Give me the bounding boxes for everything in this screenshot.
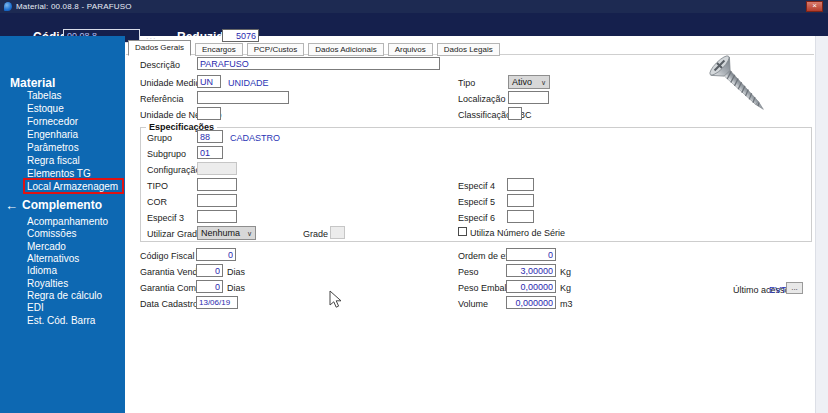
unidade-medida-label: Unidade Medida <box>140 78 206 88</box>
subgrupo-label: Subgrupo <box>147 149 186 159</box>
subgrupo-input[interactable] <box>197 146 223 159</box>
referencia-input[interactable] <box>197 91 289 104</box>
tipo-label: Tipo <box>458 78 475 88</box>
garantia-compra-input[interactable] <box>196 280 223 293</box>
cor-input[interactable] <box>197 194 237 207</box>
sidebar-item-acompanhamento[interactable]: Acompanhamento <box>27 216 108 227</box>
window-title: Material: 00.08.8 - PARAFUSO <box>16 2 132 11</box>
sidebar-item-parametros[interactable]: Parâmetros <box>27 142 79 153</box>
unidade-negocio-input[interactable] <box>197 107 221 120</box>
descricao-input[interactable] <box>197 57 440 70</box>
especif3-input[interactable] <box>197 210 237 223</box>
ordem-exibicao-input[interactable] <box>506 248 556 261</box>
right-panel-margin <box>815 36 828 413</box>
localizacao-input[interactable] <box>508 91 549 104</box>
sidebar-item-engenharia[interactable]: Engenharia <box>27 129 78 140</box>
sidebar-item-tabelas[interactable]: Tabelas <box>27 90 61 101</box>
sidebar-item-comissoes[interactable]: Comissões <box>27 228 76 239</box>
sidebar-section-complemento: Complemento <box>22 198 102 212</box>
utilizar-grade-select-value: Nenhuma <box>201 228 240 238</box>
grupo-desc: CADASTRO <box>230 133 280 143</box>
grade-label: Grade <box>303 229 328 239</box>
app-icon <box>4 2 12 11</box>
garantia-venda-suffix: Dias <box>227 267 245 277</box>
window-titlebar: Material: 00.08.8 - PARAFUSO × <box>0 0 828 13</box>
descricao-label: Descrição <box>140 60 180 70</box>
tab-dados-adicionais[interactable]: Dados Adicionais <box>308 43 383 56</box>
grupo-label: Grupo <box>147 133 172 143</box>
codigo-fiscal-input[interactable] <box>196 248 236 261</box>
classificacao-abc-input[interactable] <box>508 107 522 120</box>
sidebar-item-regra-de-calculo[interactable]: Regra de cálculo <box>27 290 102 301</box>
sidebar-item-edi[interactable]: EDI <box>27 302 44 313</box>
configuracao-label: Configuração <box>147 165 201 175</box>
sidebar-item-estoque[interactable]: Estoque <box>27 103 64 114</box>
volume-suffix: m3 <box>560 299 573 309</box>
volume-input[interactable] <box>506 296 556 309</box>
tab-dados-legais[interactable]: Dados Legais <box>437 43 500 56</box>
sidebar-item-royalties[interactable]: Royalties <box>27 278 68 289</box>
ultimo-acesso-ellipsis-button[interactable]: ... <box>786 282 803 294</box>
data-cadastro-input[interactable] <box>196 296 238 309</box>
sidebar-item-alternativos[interactable]: Alternativos <box>27 253 79 264</box>
sidebar-item-est-cod-barra[interactable]: Est. Cód. Barra <box>27 315 95 326</box>
peso-label: Peso <box>458 267 479 277</box>
tipo-espec-input[interactable] <box>197 178 237 191</box>
volume-label: Volume <box>458 299 488 309</box>
grupo-input[interactable] <box>197 130 223 143</box>
especif5-input[interactable] <box>507 194 534 207</box>
highlight-box-local-armazenagem <box>23 178 124 194</box>
sidebar-item-fornecedor[interactable]: Fornecedor <box>27 116 78 127</box>
tipo-select-value: Ativo <box>512 77 532 87</box>
utiliza-numero-serie-checkbox[interactable] <box>458 227 467 236</box>
peso-suffix: Kg <box>560 267 571 277</box>
peso-input[interactable] <box>506 264 556 277</box>
garantia-venda-input[interactable] <box>196 264 223 277</box>
utilizar-grade-label: Utilizar Grade <box>147 229 202 239</box>
sidebar-item-idioma[interactable]: Idioma <box>27 265 57 276</box>
especif4-label: Especif 4 <box>458 181 495 191</box>
data-cadastro-label: Data Cadastro <box>140 299 198 309</box>
chevron-down-icon: ∨ <box>247 230 252 237</box>
mouse-cursor <box>329 290 343 310</box>
sidebar-item-regra-fiscal[interactable]: Regra fiscal <box>27 155 80 166</box>
utilizar-grade-select[interactable]: Nenhuma ∨ <box>197 226 256 240</box>
peso-embalagem-suffix: Kg <box>560 283 571 293</box>
especif5-label: Especif 5 <box>458 197 495 207</box>
tab-dados-gerais[interactable]: Dados Gerais <box>128 40 191 56</box>
referencia-label: Referência <box>140 94 184 104</box>
utiliza-numero-serie-label: Utiliza Número de Série <box>470 228 565 238</box>
cor-label: COR <box>147 197 167 207</box>
tipo-espec-label: TIPO <box>147 181 168 191</box>
collapse-arrow-icon[interactable]: ← <box>5 199 18 212</box>
record-header: ← Código ... Reduzido <box>0 13 828 36</box>
garantia-compra-suffix: Dias <box>227 283 245 293</box>
tab-encargos[interactable]: Encargos <box>195 43 243 56</box>
codigo-fiscal-label: Código Fiscal <box>140 251 195 261</box>
tipo-select[interactable]: Ativo ∨ <box>508 75 550 89</box>
especif6-label: Especif 6 <box>458 213 495 223</box>
unidade-medida-desc: UNIDADE <box>228 78 269 88</box>
sidebar-item-mercado[interactable]: Mercado <box>27 241 66 252</box>
especif3-label: Especif 3 <box>147 213 184 223</box>
tabbar: Dados Gerais Encargos PCP/Custos Dados A… <box>128 40 500 56</box>
localizacao-label: Localização <box>458 94 506 104</box>
sidebar-section-material: Material <box>10 76 55 90</box>
configuracao-input <box>197 162 237 175</box>
garantia-venda-label: Garantia Venda <box>140 267 203 277</box>
peso-embalagem-input[interactable] <box>506 280 556 293</box>
unidade-medida-input[interactable] <box>197 75 221 88</box>
grade-input <box>330 226 345 239</box>
tab-arquivos[interactable]: Arquivos <box>388 43 433 56</box>
product-image-screw <box>698 46 782 128</box>
ultimo-acesso-value: EVT <box>769 285 787 295</box>
tab-pcp-custos[interactable]: PCP/Custos <box>247 43 305 56</box>
chevron-down-icon: ∨ <box>541 79 546 86</box>
close-icon[interactable]: × <box>806 1 823 12</box>
especif6-input[interactable] <box>507 210 534 223</box>
sidebar: Material Tabelas Estoque Fornecedor Enge… <box>0 36 125 413</box>
especif4-input[interactable] <box>507 178 534 191</box>
